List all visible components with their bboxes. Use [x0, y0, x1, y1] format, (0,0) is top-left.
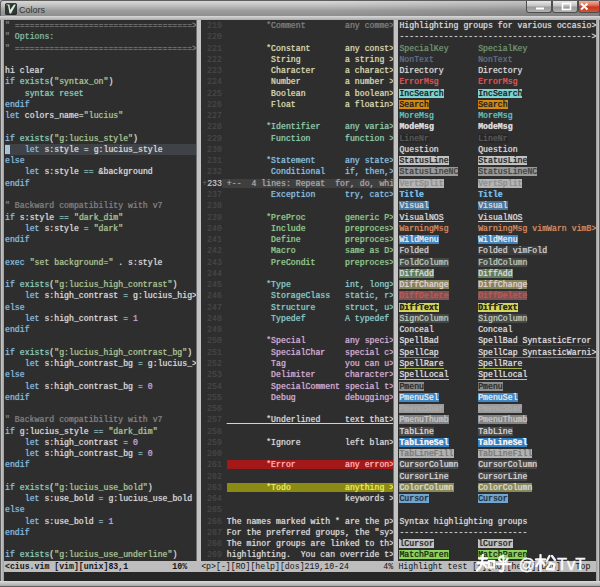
svg-text:TvT: TvT [557, 555, 585, 573]
svg-text:@: @ [519, 555, 536, 573]
